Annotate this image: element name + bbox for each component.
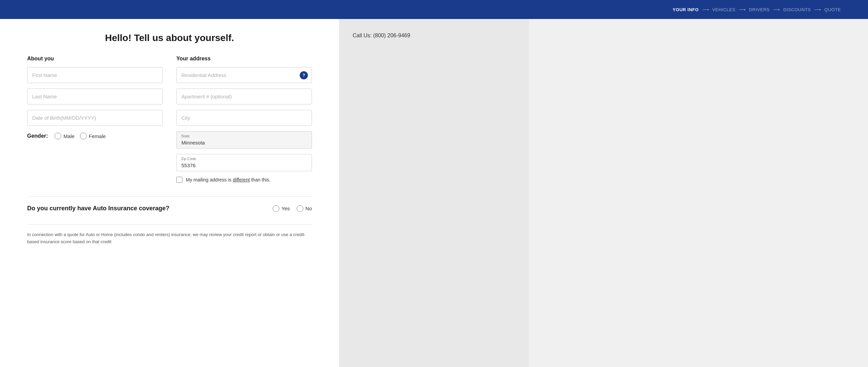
last-name-input[interactable]	[27, 89, 163, 104]
auto-insurance-question: Do you currently have Auto Insurance cov…	[27, 205, 169, 212]
sidebar: Call Us: (800) 206-9469	[339, 19, 529, 367]
mailing-address-text: My mailing address is different than thi…	[186, 177, 271, 182]
gender-female-radio[interactable]	[80, 133, 87, 139]
nav-step-vehicles[interactable]: VEHICLES	[712, 7, 735, 12]
auto-no-label: No	[305, 206, 312, 211]
main-layout: Hello! Tell us about yourself. About you…	[0, 19, 868, 367]
gender-row: Gender: Male Female	[27, 133, 163, 139]
mailing-address-checkbox[interactable]	[176, 177, 182, 183]
nav-arrow-4: ⟶	[814, 7, 821, 12]
auto-yes-label: Yes	[281, 206, 290, 211]
call-us-text: Call Us: (800) 206-9469	[353, 33, 410, 38]
your-address-heading: Your address	[176, 56, 312, 62]
city-input[interactable]	[176, 110, 312, 126]
your-address-column: Your address ? State Zip Code	[176, 56, 312, 184]
dob-input[interactable]	[27, 110, 163, 126]
zip-field-wrapper: Zip Code	[176, 154, 312, 171]
form-columns: About you Gender: Male Female	[27, 56, 312, 184]
disclaimer-section: In connection with a quote for Auto or H…	[27, 224, 312, 246]
gender-male-option[interactable]: Male	[55, 133, 75, 139]
residential-help-icon[interactable]: ?	[300, 71, 308, 79]
nav-step-discounts[interactable]: DISCOUNTS	[783, 7, 811, 12]
auto-insurance-radio-group: Yes No	[273, 205, 312, 212]
nav-arrow-2: ⟶	[739, 7, 746, 12]
auto-no-radio[interactable]	[297, 205, 303, 212]
state-field-label: State	[181, 134, 190, 138]
gender-male-label: Male	[63, 133, 75, 139]
zip-field-label: Zip Code	[181, 157, 196, 161]
nav-step-quote[interactable]: QUOTE	[824, 7, 841, 12]
about-you-heading: About you	[27, 56, 163, 62]
mailing-checkbox-row: My mailing address is different than thi…	[176, 177, 312, 183]
auto-yes-radio[interactable]	[273, 205, 279, 212]
disclaimer-text: In connection with a quote for Auto or H…	[27, 231, 312, 246]
residential-address-input[interactable]	[176, 67, 312, 83]
page-title: Hello! Tell us about yourself.	[27, 33, 312, 43]
auto-insurance-row: Do you currently have Auto Insurance cov…	[27, 205, 312, 212]
apartment-input[interactable]	[176, 89, 312, 104]
auto-insurance-section: Do you currently have Auto Insurance cov…	[27, 196, 312, 212]
nav-steps: YOUR INFO ⟶ VEHICLES ⟶ DRIVERS ⟶ DISCOUN…	[673, 7, 841, 12]
nav-arrow-3: ⟶	[773, 7, 780, 12]
auto-question-col: Do you currently have Auto Insurance cov…	[27, 205, 266, 212]
zip-input[interactable]	[176, 154, 312, 171]
gender-male-radio[interactable]	[55, 133, 61, 139]
about-you-column: About you Gender: Male Female	[27, 56, 163, 184]
nav-step-drivers[interactable]: DRIVERS	[749, 7, 770, 12]
top-navigation: YOUR INFO ⟶ VEHICLES ⟶ DRIVERS ⟶ DISCOUN…	[0, 0, 868, 19]
auto-no-option[interactable]: No	[297, 205, 312, 212]
gender-female-option[interactable]: Female	[80, 133, 106, 139]
residential-address-wrapper: ?	[176, 67, 312, 83]
auto-yes-option[interactable]: Yes	[273, 205, 290, 212]
gender-label: Gender:	[27, 133, 48, 139]
nav-step-your-info[interactable]: YOUR INFO	[673, 7, 699, 12]
mailing-different-link[interactable]: different	[233, 177, 250, 182]
nav-arrow-1: ⟶	[702, 7, 709, 12]
form-area: Hello! Tell us about yourself. About you…	[0, 19, 339, 367]
state-field-wrapper: State	[176, 131, 312, 149]
state-input[interactable]	[176, 131, 312, 149]
first-name-input[interactable]	[27, 67, 163, 83]
gender-female-label: Female	[89, 133, 106, 139]
